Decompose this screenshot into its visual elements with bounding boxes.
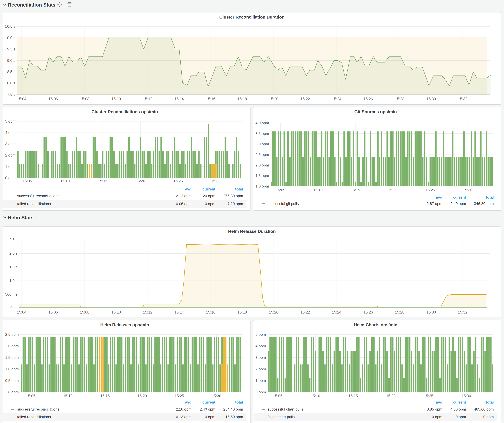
svg-text:15:26: 15:26	[364, 310, 373, 314]
svg-text:Cluster Reconciliation Duratio: Cluster Reconciliation Duration	[219, 15, 285, 19]
svg-text:3 opm: 3 opm	[5, 142, 16, 146]
svg-text:2.5 opm: 2.5 opm	[255, 153, 269, 157]
svg-text:15:25: 15:25	[424, 394, 433, 398]
svg-text:500 ms: 500 ms	[5, 292, 18, 296]
svg-text:2.5 s: 2.5 s	[9, 238, 18, 242]
svg-text:465.60 opm: 465.60 opm	[474, 407, 494, 411]
svg-text:Git Sources ops/min: Git Sources ops/min	[354, 109, 397, 114]
svg-text:0.5 opm: 0.5 opm	[5, 378, 19, 383]
svg-text:1.20 opm: 1.20 opm	[200, 194, 215, 198]
svg-text:15:25: 15:25	[175, 394, 184, 398]
svg-text:15:04: 15:04	[17, 310, 26, 314]
svg-text:15:32: 15:32	[458, 97, 467, 101]
svg-text:7.5 s: 7.5 s	[7, 92, 15, 97]
svg-text:2.0 opm: 2.0 opm	[5, 344, 19, 348]
svg-text:15:32: 15:32	[458, 310, 467, 314]
svg-text:0 opm: 0 opm	[483, 415, 494, 419]
svg-text:successful reconciliations: successful reconciliations	[17, 407, 59, 411]
svg-text:15:18: 15:18	[238, 97, 247, 101]
svg-text:15:30: 15:30	[462, 394, 471, 398]
svg-text:avg: avg	[436, 400, 442, 404]
svg-text:1 opm: 1 opm	[5, 164, 16, 169]
svg-text:current: current	[453, 195, 466, 199]
svg-text:0 ns: 0 ns	[11, 306, 18, 310]
svg-text:15:05: 15:05	[276, 188, 285, 192]
svg-text:failed reconciliations: failed reconciliations	[17, 415, 51, 419]
svg-text:0 opm: 0 opm	[5, 176, 16, 180]
svg-text:current: current	[203, 400, 215, 404]
svg-text:5 opm: 5 opm	[5, 119, 16, 123]
svg-text:15:24: 15:24	[332, 310, 341, 314]
svg-text:successful reconciliations: successful reconciliations	[17, 194, 59, 198]
svg-text:0.06 opm: 0.06 opm	[176, 202, 192, 206]
svg-text:15:25: 15:25	[426, 188, 435, 192]
svg-text:4.0 opm: 4.0 opm	[255, 121, 269, 125]
svg-text:Helm Charts ops/min: Helm Charts ops/min	[354, 322, 397, 327]
svg-text:15:26: 15:26	[364, 97, 373, 101]
svg-text:total: total	[235, 400, 243, 404]
svg-text:15:28: 15:28	[395, 97, 404, 101]
svg-text:15:20: 15:20	[138, 394, 147, 398]
svg-text:1.0 opm: 1.0 opm	[255, 184, 269, 188]
svg-text:3.5 opm: 3.5 opm	[255, 131, 269, 136]
svg-text:256.80 opm: 256.80 opm	[223, 194, 243, 198]
svg-text:Helm Stats: Helm Stats	[8, 215, 34, 220]
svg-text:0 opm: 0 opm	[205, 202, 215, 206]
svg-text:15:06: 15:06	[48, 310, 58, 314]
svg-text:2.12 opm: 2.12 opm	[176, 194, 192, 198]
svg-text:15:10: 15:10	[313, 188, 323, 192]
svg-text:5 opm: 5 opm	[255, 332, 266, 337]
svg-text:0.13 opm: 0.13 opm	[176, 415, 192, 419]
svg-text:2.0 opm: 2.0 opm	[255, 163, 269, 167]
svg-text:10.5 s: 10.5 s	[5, 24, 15, 29]
svg-text:254.40 opm: 254.40 opm	[223, 407, 243, 411]
svg-text:15:15: 15:15	[98, 179, 107, 183]
svg-text:15.60 opm: 15.60 opm	[225, 415, 243, 419]
svg-text:9.5 s: 9.5 s	[7, 47, 15, 51]
svg-text:15:15: 15:15	[351, 188, 360, 192]
svg-text:15:20: 15:20	[136, 179, 145, 183]
svg-text:2.5 opm: 2.5 opm	[5, 332, 19, 337]
svg-text:current: current	[203, 187, 215, 191]
svg-text:15:10: 15:10	[63, 394, 72, 398]
svg-text:15:14: 15:14	[174, 310, 184, 314]
svg-text:15:30: 15:30	[211, 179, 221, 183]
svg-text:4.80 opm: 4.80 opm	[450, 407, 466, 411]
svg-text:8.0 s: 8.0 s	[7, 81, 15, 85]
svg-text:successful git pulls: successful git pulls	[268, 201, 299, 206]
svg-text:15:05: 15:05	[273, 394, 282, 398]
svg-text:2.40 opm: 2.40 opm	[450, 201, 466, 206]
svg-text:15:08: 15:08	[80, 310, 89, 314]
svg-text:15:22: 15:22	[300, 310, 310, 314]
svg-text:15:15: 15:15	[100, 394, 110, 398]
svg-text:10.0 s: 10.0 s	[5, 36, 15, 40]
svg-text:4 opm: 4 opm	[5, 130, 16, 135]
svg-text:avg: avg	[185, 400, 192, 404]
svg-text:Helm Release Duration: Helm Release Duration	[228, 229, 276, 234]
svg-text:15:20: 15:20	[269, 97, 278, 101]
svg-text:15:12: 15:12	[143, 310, 152, 314]
svg-text:1.0 s: 1.0 s	[9, 278, 18, 283]
svg-text:15:05: 15:05	[26, 394, 35, 398]
svg-text:15:30: 15:30	[426, 310, 436, 314]
svg-text:15:04: 15:04	[17, 97, 26, 101]
svg-text:15:08: 15:08	[80, 97, 89, 101]
svg-text:2.10 opm: 2.10 opm	[176, 407, 192, 411]
svg-text:15:05: 15:05	[23, 179, 32, 183]
svg-text:15:20: 15:20	[388, 188, 397, 192]
svg-text:346.80 opm: 346.80 opm	[474, 201, 494, 206]
svg-text:1 opm: 1 opm	[255, 378, 266, 383]
svg-text:Reconciliation Stats: Reconciliation Stats	[8, 2, 55, 8]
svg-text:Helm Releases ops/min: Helm Releases ops/min	[100, 322, 149, 327]
svg-text:2 opm: 2 opm	[5, 153, 16, 157]
svg-text:15:22: 15:22	[300, 97, 310, 101]
svg-text:15:14: 15:14	[174, 97, 184, 101]
svg-text:3.0 opm: 3.0 opm	[255, 142, 269, 146]
svg-text:15:30: 15:30	[426, 97, 436, 101]
svg-text:1.5 s: 1.5 s	[9, 265, 18, 269]
svg-text:0 opm: 0 opm	[205, 415, 215, 419]
svg-text:3 opm: 3 opm	[255, 355, 266, 360]
svg-text:15:24: 15:24	[332, 97, 341, 101]
svg-text:0 opm: 0 opm	[456, 415, 466, 419]
svg-text:total: total	[486, 400, 494, 404]
